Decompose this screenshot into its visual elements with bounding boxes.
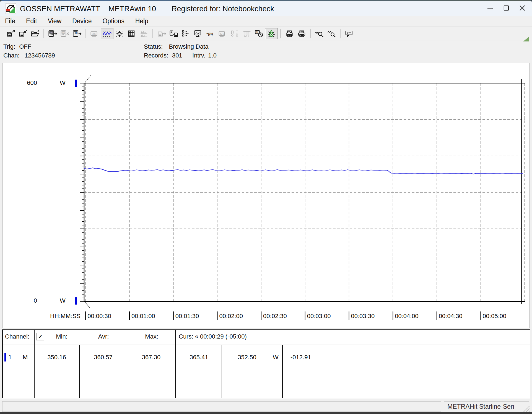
view-curve-button[interactable]	[101, 28, 113, 39]
y-axis-min-label: 0	[22, 297, 37, 304]
app-window: GOSSEN METRAWATT METRAwin 10 Registered …	[0, 0, 532, 414]
window-bottom-edge	[0, 412, 532, 414]
toolbar-separator	[340, 29, 341, 38]
toolbar-separator	[280, 29, 281, 38]
save-file-button[interactable]	[4, 28, 17, 39]
cursor2-value-cell: 352.50	[225, 354, 269, 361]
svg-text:12: 12	[256, 31, 258, 33]
table-border	[282, 345, 283, 398]
channel-mode-cell: M	[23, 354, 28, 361]
x-axis-tick-label: 00:03:00	[307, 313, 331, 320]
export-disk-button	[155, 28, 168, 39]
power-data-line	[84, 168, 523, 174]
measure-calipers-button	[229, 28, 241, 39]
debug-bug-button[interactable]	[265, 28, 278, 39]
channel-marker-top	[75, 80, 77, 87]
cursor2-unit-cell: W	[273, 354, 279, 361]
svg-text:1257: 1257	[91, 32, 96, 35]
x-axis-tick-label: 00:03:30	[351, 313, 375, 320]
channel-setup-button[interactable]	[180, 28, 192, 39]
x-axis-format-label: HH:MM:SS	[44, 313, 81, 320]
menu-bar: FileEditViewDeviceOptionsHelp	[0, 16, 532, 27]
menu-item-options[interactable]: Options	[102, 17, 124, 25]
table-border	[79, 345, 80, 398]
view-histogram-button	[138, 28, 150, 39]
time-sync-button[interactable]: 12	[253, 28, 265, 39]
y-axis-min-unit: W	[60, 297, 66, 304]
menu-item-device[interactable]: Device	[72, 17, 92, 25]
status-bar: METRAHit Starline-Seri	[2, 401, 530, 412]
channel-status: Chan:123456789	[3, 52, 55, 59]
table-border	[2, 345, 530, 345]
zoom-out-button[interactable]	[313, 28, 325, 39]
close-button[interactable]	[514, 1, 530, 15]
cursor1-value-cell: 365.41	[176, 354, 222, 361]
zoom-in-button[interactable]	[325, 28, 338, 39]
toolbar-separator	[310, 29, 311, 38]
annotation-button[interactable]	[343, 28, 355, 39]
filter-comb-button	[241, 28, 253, 39]
max-value-cell: 367.30	[127, 354, 175, 361]
chart-panel[interactable]: 600 W 0 W HH:MM:SS 00:00:3000:01:0000:01…	[2, 63, 530, 328]
avr-value-cell: 360.57	[80, 354, 127, 361]
view-scope-button[interactable]	[113, 28, 126, 39]
trigger-status: Trig:OFF	[3, 43, 31, 50]
maximize-button[interactable]	[498, 1, 514, 15]
power-chart-svg[interactable]	[2, 63, 530, 328]
svg-text:321: 321	[220, 32, 224, 35]
view-table-button[interactable]	[126, 28, 138, 39]
device-send-m-button[interactable]: M	[71, 28, 83, 39]
toolbar-separator	[85, 29, 86, 38]
title-registered: Registered for: Notebookcheck	[172, 5, 274, 13]
print-button[interactable]	[295, 28, 308, 39]
column-header-cursors: Curs: « 00:00:29 (-05:00)	[179, 333, 247, 340]
minimize-button[interactable]	[482, 1, 498, 15]
records-status: Records:301 Intrv.1.0	[144, 52, 217, 59]
device-store-button[interactable]	[168, 28, 180, 39]
min-value-cell: 350.16	[34, 354, 79, 361]
measurement-table: Channel: ✓ Min: Avr: Max: Curs: « 00:00:…	[2, 329, 530, 399]
svg-text:321: 321	[62, 31, 65, 33]
y-axis-max-unit: W	[60, 79, 66, 87]
x-axis-tick-label: 00:02:00	[219, 313, 243, 320]
menu-item-view[interactable]: View	[48, 17, 61, 25]
toolbar: 321321M1257=f(x)32112	[0, 27, 532, 41]
column-header-avr: Avr:	[84, 333, 123, 340]
formula-button[interactable]: =f(x)	[204, 28, 216, 39]
print-preview-button[interactable]	[283, 28, 295, 39]
table-border	[127, 345, 127, 398]
channel-color-marker	[4, 353, 6, 361]
window-controls	[482, 1, 530, 16]
channel-marker-bottom	[75, 297, 77, 305]
device-send-321-button[interactable]: 321	[46, 28, 59, 39]
display-1257-button: 1257	[89, 28, 101, 39]
table-border	[222, 345, 222, 398]
table-border	[2, 329, 3, 398]
device-disconnect-321-button: 321	[59, 28, 71, 39]
x-axis-tick-label: 00:01:30	[175, 313, 199, 320]
open-file-button[interactable]	[29, 28, 41, 39]
status-bar-message-panel	[2, 401, 441, 412]
menu-item-file[interactable]: File	[5, 17, 15, 25]
channel-visibility-checkbox[interactable]: ✓	[37, 333, 44, 340]
svg-text:321: 321	[50, 31, 53, 33]
table-border	[34, 329, 35, 398]
x-axis-tick-label: 00:04:00	[395, 313, 419, 320]
title-brand: GOSSEN METRAWATT	[20, 5, 100, 13]
toolbar-separator	[152, 29, 153, 38]
device-name-panel: METRAHit Starline-Seri	[444, 401, 529, 411]
y-axis-max-label: 600	[22, 79, 37, 87]
x-axis-tick-label: 00:02:30	[263, 313, 287, 320]
display-321-button: 321	[216, 28, 229, 39]
status-panel: Trig:OFF Chan:123456789 Status:Browsing …	[0, 41, 532, 63]
monitor-view-button[interactable]	[192, 28, 204, 39]
save-data-button[interactable]	[17, 28, 29, 39]
channel-number-cell: 1	[8, 354, 12, 361]
menu-item-edit[interactable]: Edit	[26, 17, 37, 25]
menu-item-help[interactable]: Help	[135, 17, 148, 25]
column-header-channel: Channel:	[5, 333, 29, 340]
svg-text:=f(x): =f(x)	[206, 32, 213, 36]
column-header-max: Max:	[132, 333, 171, 340]
title-bar[interactable]: GOSSEN METRAWATT METRAwin 10 Registered …	[0, 1, 532, 16]
x-axis-tick-label: 00:01:00	[131, 313, 155, 320]
